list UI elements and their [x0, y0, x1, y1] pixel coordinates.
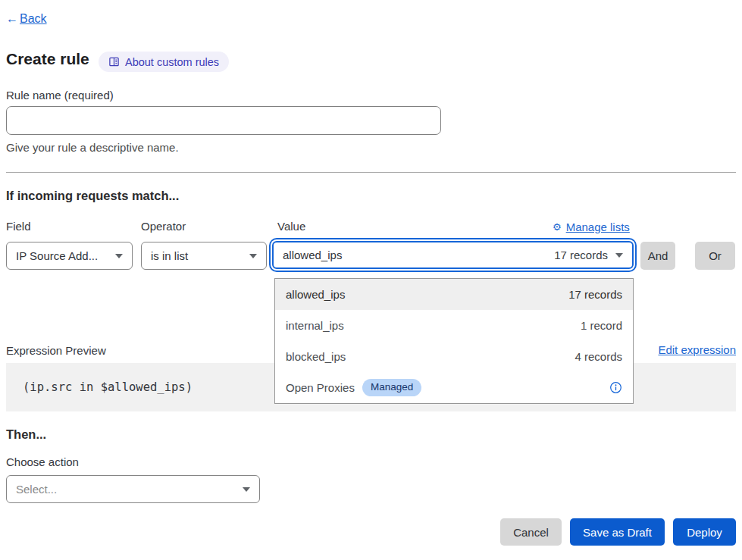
value-label: Value	[277, 220, 305, 233]
list-option-internal-ips[interactable]: internal_ips 1 record	[275, 310, 633, 341]
list-option-record-count: 17 records	[568, 288, 622, 301]
or-button[interactable]: Or	[695, 242, 735, 270]
chevron-down-icon	[243, 487, 250, 492]
list-option-name: Open Proxies	[286, 381, 355, 394]
and-button[interactable]: And	[640, 242, 675, 270]
field-select[interactable]: IP Source Add...	[6, 242, 133, 270]
list-option-record-count: 4 records	[575, 350, 622, 363]
deploy-button[interactable]: Deploy	[673, 518, 736, 546]
list-option-open-proxies[interactable]: Open Proxies Managed	[275, 372, 633, 403]
expression-preview-label: Expression Preview	[6, 344, 106, 357]
operator-label: Operator	[141, 220, 186, 233]
managed-badge: Managed	[362, 379, 421, 396]
operator-select[interactable]: is in list	[141, 242, 267, 270]
section-divider	[6, 172, 736, 173]
page-title: Create rule	[6, 50, 89, 68]
cancel-button[interactable]: Cancel	[500, 518, 562, 546]
manage-lists-label: Manage lists	[566, 221, 630, 233]
operator-select-value: is in list	[151, 249, 188, 262]
expression-code: (ip.src in $allowed_ips)	[23, 380, 193, 394]
create-rule-page: ←Back Create rule About custom rules Rul…	[0, 0, 742, 560]
list-option-record-count: 1 record	[581, 319, 622, 332]
edit-expression-link[interactable]: Edit expression	[658, 343, 736, 356]
value-select[interactable]: allowed_ips 17 records	[272, 241, 634, 269]
field-select-value: IP Source Add...	[16, 249, 98, 262]
book-icon	[108, 56, 120, 67]
rule-name-input[interactable]	[6, 106, 441, 135]
rule-name-help-text: Give your rule a descriptive name.	[6, 141, 179, 154]
save-as-draft-button[interactable]: Save as Draft	[570, 518, 665, 546]
field-label: Field	[6, 220, 31, 233]
list-option-blocked-ips[interactable]: blocked_ips 4 records	[275, 341, 633, 372]
edit-expression-label: Edit expression	[658, 343, 736, 356]
value-select-selected: allowed_ips	[283, 249, 342, 261]
chevron-down-icon	[249, 254, 257, 258]
back-link[interactable]: ←Back	[6, 12, 47, 26]
back-label: Back	[20, 12, 47, 26]
rule-name-label: Rule name (required)	[6, 89, 114, 102]
list-option-name: internal_ips	[286, 319, 344, 332]
manage-lists-link[interactable]: ⚙ Manage lists	[553, 221, 630, 233]
about-custom-rules-link[interactable]: About custom rules	[99, 52, 229, 72]
list-option-allowed-ips[interactable]: allowed_ips 17 records	[275, 279, 633, 310]
chevron-down-icon	[615, 253, 623, 258]
then-section-heading: Then...	[6, 427, 46, 442]
gear-icon: ⚙	[553, 222, 562, 232]
action-select-placeholder: Select...	[16, 483, 57, 496]
list-option-name: blocked_ips	[286, 350, 346, 363]
action-select[interactable]: Select...	[6, 475, 260, 503]
info-icon[interactable]	[609, 381, 622, 394]
choose-action-label: Choose action	[6, 455, 79, 468]
back-arrow-icon: ←	[6, 12, 18, 26]
list-dropdown-panel: allowed_ips 17 records internal_ips 1 re…	[274, 278, 634, 404]
value-select-record-count: 17 records	[554, 249, 608, 261]
match-section-heading: If incoming requests match...	[6, 189, 179, 203]
list-option-name: allowed_ips	[286, 288, 345, 301]
about-badge-label: About custom rules	[125, 56, 219, 68]
chevron-down-icon	[115, 254, 123, 258]
